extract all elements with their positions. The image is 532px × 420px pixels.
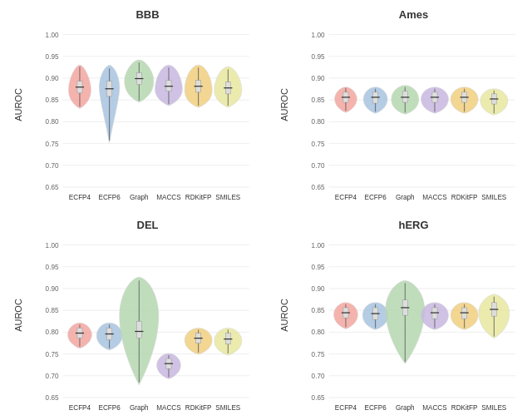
svg-text:0.70: 0.70 [46,372,59,379]
violin-ecfp6-herg [362,302,388,329]
chart-bbb: 1.00 0.95 0.90 0.85 0.80 0.75 0.70 0.65 [37,22,258,200]
violin-ecfp6-ames [363,87,387,114]
svg-text:0.85: 0.85 [46,307,59,314]
svg-text:0.80: 0.80 [46,329,59,336]
svg-text:1.00: 1.00 [46,32,59,39]
svg-text:0.95: 0.95 [46,263,59,270]
svg-text:ECFP4: ECFP4 [69,194,91,201]
title-del: DEL [37,219,258,231]
svg-text:0.85: 0.85 [46,96,59,104]
y-label-herg: AUROC [279,299,289,332]
y-label-bbb: AUROC [13,88,23,121]
violin-maccs-herg [421,302,449,329]
svg-text:Graph: Graph [130,404,149,412]
violin-graph-del [120,277,159,384]
title-ames: Ames [303,8,524,21]
svg-text:MACCS: MACCS [156,404,181,412]
svg-text:1.00: 1.00 [312,32,325,39]
svg-text:0.90: 0.90 [46,75,59,82]
violin-graph-herg [386,280,425,363]
violin-ecfp4-del [68,323,92,348]
svg-text:0.65: 0.65 [312,184,325,191]
svg-herg: 1.00 0.95 0.90 0.85 0.80 0.75 0.70 0.65 [303,233,524,410]
svg-text:ECFP6: ECFP6 [99,404,121,412]
svg-text:SMILES: SMILES [481,194,506,201]
title-herg: hERG [303,219,524,231]
svg-text:0.75: 0.75 [312,350,325,358]
violin-smiles-ames [480,89,508,116]
svg-text:0.75: 0.75 [46,141,59,148]
panel-herg: hERG AUROC 1.00 0.95 0.90 0.85 0.80 0.75 [266,210,532,421]
svg-text:0.90: 0.90 [312,284,325,292]
violin-ecfp6-bbb [99,65,119,143]
svg-text:ECFP6: ECFP6 [99,194,121,201]
violin-smiles-herg [479,294,510,338]
svg-text:0.75: 0.75 [312,141,325,148]
violin-ecfp4-bbb [68,65,91,108]
violin-maccs-del [157,353,181,378]
chart-herg: 1.00 0.95 0.90 0.85 0.80 0.75 0.70 0.65 [303,233,524,410]
svg-text:0.95: 0.95 [46,53,59,61]
violin-ecfp6-del [96,323,122,350]
svg-text:ECFP4: ECFP4 [69,404,91,412]
svg-text:0.95: 0.95 [312,263,325,270]
svg-text:0.85: 0.85 [312,307,325,314]
violin-smiles-bbb [214,67,242,107]
violin-ecfp4-herg [334,302,358,329]
svg-text:ECFP4: ECFP4 [335,194,357,201]
svg-text:MACCS: MACCS [422,404,447,412]
violin-maccs-bbb [155,65,183,106]
svg-text:SMILES: SMILES [481,404,506,412]
svg-text:0.70: 0.70 [46,162,59,170]
svg-text:MACCS: MACCS [156,194,181,201]
svg-text:0.80: 0.80 [46,118,59,126]
svg-text:0.65: 0.65 [46,184,59,191]
svg-text:0.95: 0.95 [312,53,325,61]
violin-maccs-ames [421,87,449,114]
chart-grid: BBB AUROC 1.00 0.95 0.90 0.85 0.80 [0,0,532,420]
svg-text:0.75: 0.75 [46,350,59,358]
grid-ames: 1.00 0.95 0.90 0.85 0.80 0.75 0.70 0.65 [312,32,515,191]
chart-ames: 1.00 0.95 0.90 0.85 0.80 0.75 0.70 0.65 [303,22,524,200]
svg-text:1.00: 1.00 [312,241,325,249]
violin-smiles-del [214,328,242,355]
y-label-ames: AUROC [279,88,289,121]
svg-text:0.90: 0.90 [312,75,325,82]
panel-ames: Ames AUROC 1.00 0.95 0.90 0.85 0.80 0.75 [266,0,532,210]
svg-text:RDKitFP: RDKitFP [451,404,478,412]
svg-text:MACCS: MACCS [422,194,447,201]
svg-text:ECFP6: ECFP6 [365,194,387,201]
svg-text:RDKitFP: RDKitFP [185,404,212,412]
y-label-del: AUROC [13,299,23,332]
svg-text:0.65: 0.65 [46,394,59,402]
svg-text:1.00: 1.00 [46,241,59,249]
svg-text:SMILES: SMILES [215,194,240,201]
svg-text:0.85: 0.85 [312,96,325,104]
svg-text:0.80: 0.80 [312,329,325,336]
chart-del: 1.00 0.95 0.90 0.85 0.80 0.75 0.70 0.65 [37,233,258,410]
violin-graph-ames [392,86,419,115]
violin-graph-bbb [125,60,154,102]
grid-bbb: 1.00 0.95 0.90 0.85 0.80 0.75 0.70 0.65 [46,32,249,191]
svg-text:0.70: 0.70 [312,372,325,379]
svg-text:ECFP6: ECFP6 [365,404,387,412]
svg-text:0.80: 0.80 [312,118,325,126]
violin-rdkitfp-del [185,328,212,354]
panel-bbb: BBB AUROC 1.00 0.95 0.90 0.85 0.80 [0,0,266,210]
title-bbb: BBB [37,8,258,21]
svg-text:ECFP4: ECFP4 [335,404,357,412]
svg-text:RDKitFP: RDKitFP [185,194,212,201]
violin-rdkitfp-ames [451,87,478,114]
svg-text:Graph: Graph [130,194,149,201]
svg-del: 1.00 0.95 0.90 0.85 0.80 0.75 0.70 0.65 [37,233,258,410]
svg-text:0.90: 0.90 [46,284,59,292]
svg-text:SMILES: SMILES [215,404,240,412]
violin-rdkitfp-herg [451,302,478,329]
svg-ames: 1.00 0.95 0.90 0.85 0.80 0.75 0.70 0.65 [303,22,524,200]
svg-text:RDKitFP: RDKitFP [451,194,478,201]
svg-text:0.70: 0.70 [312,162,325,170]
svg-text:0.65: 0.65 [312,394,325,402]
svg-text:Graph: Graph [396,404,415,412]
panel-del: DEL AUROC 1.00 0.95 0.90 0.85 0.80 0.75 [0,210,266,421]
violin-rdkitfp-bbb [185,65,212,107]
